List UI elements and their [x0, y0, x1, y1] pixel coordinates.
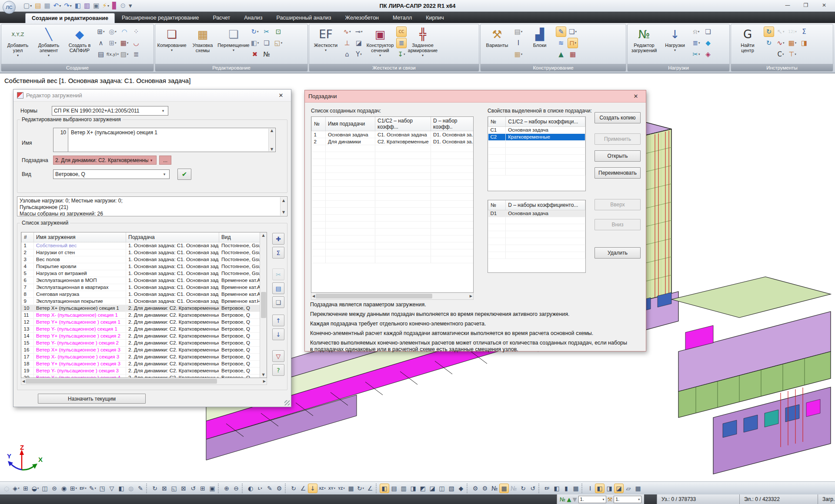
- info-scroll-arrows[interactable]: ▲▼: [280, 197, 287, 216]
- load-row[interactable]: 11Ветер X- (пульсационное) секция 12. Дл…: [22, 312, 267, 318]
- subtasks-horizontal-scrollbar[interactable]: ◀▶: [311, 293, 474, 300]
- sapfir-book[interactable]: ▥: [83, 1, 91, 10]
- ribbon-tab-item[interactable]: Анализ: [237, 13, 269, 23]
- load-name-input[interactable]: Ветер X+ (пульсационное) секция 1 ▲▼: [68, 128, 276, 152]
- fragment-3d-icon[interactable]: ◳: [97, 484, 107, 493]
- load-row[interactable]: 5Нагрузка от витражей1. Основная задача:…: [22, 270, 267, 277]
- kind-combobox[interactable]: Ветровое, Q▾: [53, 169, 170, 179]
- fragment-frame-icon[interactable]: ◍: [126, 484, 136, 493]
- assign-current-button[interactable]: Назначить текущим: [38, 394, 146, 404]
- column-assign-icon[interactable]: ▮: [561, 484, 571, 493]
- horizontal-select-icon[interactable]: ◒▾: [30, 484, 40, 493]
- copy-button[interactable]: ❏Копирование▾: [157, 26, 187, 64]
- node-joint-icon[interactable]: Y▾: [354, 49, 364, 60]
- zoom-out-icon[interactable]: ⊖: [231, 484, 241, 493]
- load-editor-title-bar[interactable]: Редактор загружений ✕: [13, 90, 291, 102]
- update-package-icon[interactable]: ◨: [799, 38, 809, 48]
- block-triangle-icon[interactable]: ▲: [556, 49, 566, 60]
- work-plane-icon[interactable]: ▦: [346, 484, 356, 493]
- subtask-combobox[interactable]: 2. Для динамики: С2. Кратковременные▾: [53, 156, 157, 165]
- building-frame-icon[interactable]: ▤: [96, 49, 106, 60]
- plane-xz-icon[interactable]: XZ▾: [317, 484, 327, 493]
- plane-yz-icon[interactable]: YZ▾: [337, 484, 346, 493]
- view-iso-icon[interactable]: ◆: [456, 484, 466, 493]
- load-row[interactable]: 12Ветер Y+ (пульсационное ) секция 12. Д…: [22, 318, 267, 325]
- sum-loads-icon[interactable]: Σ: [799, 27, 809, 37]
- load-row[interactable]: 2Нагрузки от стен1. Основная задача: С1.…: [22, 249, 267, 256]
- current-variant-combobox[interactable]: 1.▾: [614, 496, 641, 503]
- save-document[interactable]: ▦: [43, 1, 51, 10]
- loads-to-scheme-icon[interactable]: ◆: [703, 38, 713, 48]
- cylinder-surface-icon[interactable]: ◎▾: [107, 27, 118, 37]
- numbers-panel-icon[interactable]: ▦: [499, 484, 509, 493]
- frame-contour-icon[interactable]: ⊓▾: [568, 38, 578, 48]
- frame-generator-icon[interactable]: ⊞▾: [96, 27, 106, 37]
- measure-length-icon[interactable]: L▾: [255, 484, 265, 493]
- minimize-button[interactable]: —: [778, 0, 797, 10]
- load-row[interactable]: 13Ветер Y- (пульсационное) секция 12. Дл…: [22, 325, 267, 332]
- truss-generator-icon[interactable]: ∧: [96, 38, 106, 48]
- current-load-combobox[interactable]: 1.▾: [578, 496, 606, 503]
- snapshot-camera[interactable]: ▣: [92, 1, 100, 10]
- delete-button[interactable]: Удалить: [595, 247, 641, 259]
- axes-vectors-icon[interactable]: ∠: [298, 484, 308, 493]
- ef-assign-icon[interactable]: EF: [542, 484, 552, 493]
- apply-kind-button[interactable]: ✔: [177, 169, 191, 180]
- c-factor-row[interactable]: С1Основная задача: [488, 126, 585, 133]
- plane-xy-icon[interactable]: XY▾: [327, 484, 337, 493]
- steel-section-icon[interactable]: I: [585, 484, 595, 493]
- find-center-button[interactable]: GНайтицентр: [733, 26, 762, 64]
- select-frame-icon[interactable]: ⊡: [273, 27, 284, 37]
- move-button[interactable]: ❏Перемещение▾: [219, 26, 248, 64]
- view-ne-icon[interactable]: ◪: [428, 484, 437, 493]
- nodes-elements-select-icon[interactable]: ◉: [59, 484, 69, 493]
- rotate-cw-icon[interactable]: ↻: [518, 484, 528, 493]
- create-block-icon[interactable]: ✎: [556, 27, 566, 37]
- name-scroll-arrows[interactable]: ▲▼: [268, 129, 275, 151]
- d-factor-row[interactable]: D1Основная задача: [488, 210, 585, 217]
- block-clear-icon[interactable]: ⊠: [160, 484, 169, 493]
- block-invert-icon[interactable]: ↻: [150, 484, 160, 493]
- sum-loads-button[interactable]: Σ: [272, 247, 284, 259]
- mesh-lines-icon[interactable]: ≣: [131, 49, 141, 60]
- load-row[interactable]: 3Вес полов1. Основная задача: С1. Основн…: [22, 256, 267, 263]
- new-document[interactable]: ▢▾: [23, 1, 33, 10]
- rotate-view-icon[interactable]: ↻▾: [356, 484, 365, 493]
- c-combine-icon[interactable]: C▾: [775, 49, 786, 60]
- flip-fragment-icon[interactable]: ◧: [117, 484, 126, 493]
- preset-reinforcement-button[interactable]: ╬Заданноеармирование▾: [408, 26, 438, 64]
- rotate-axes-icon[interactable]: ↻: [289, 484, 298, 493]
- loads-button[interactable]: ↓Нагрузки▾: [660, 26, 690, 64]
- frame-nodes-select-icon[interactable]: ⊞: [21, 484, 30, 493]
- load-row[interactable]: 20Ветер X+ (пульсационное ) секция 42. Д…: [22, 374, 267, 378]
- zoom-in-icon[interactable]: ⊕: [222, 484, 231, 493]
- model-3d-view[interactable]: ◧: [74, 1, 82, 10]
- flashlight-icon[interactable]: ◐: [246, 484, 255, 493]
- copy-fragment-icon[interactable]: ❏: [261, 38, 272, 48]
- circle-select-icon[interactable]: ◈▾: [11, 484, 21, 493]
- edit-pencil-icon[interactable]: ✎: [265, 484, 274, 493]
- wall-block-icon[interactable]: ▦: [568, 49, 578, 60]
- prev-load-icon[interactable]: ▲: [567, 496, 571, 503]
- move-down-button[interactable]: ↓: [272, 328, 284, 340]
- params-b-icon[interactable]: ⚙: [480, 484, 490, 493]
- masonry-assign-icon[interactable]: ▦: [571, 484, 581, 493]
- load-row[interactable]: 19Ветер Y- (пульсационное ) секция 32. Д…: [22, 367, 267, 374]
- open-button[interactable]: Открыть: [595, 150, 641, 162]
- pen-select-icon[interactable]: ✎▾: [88, 484, 97, 493]
- rc-settings-icon[interactable]: ▤▾: [513, 27, 524, 37]
- ribbon-tab-item[interactable]: Железобетон: [338, 13, 386, 23]
- filter-funnel-icon[interactable]: ▽: [107, 484, 117, 493]
- block-rails-icon[interactable]: ≋: [556, 38, 566, 48]
- undo[interactable]: ↶▾: [53, 1, 62, 10]
- c-factors-table[interactable]: №С1/С2 – наборы коэффици...С1Основная за…: [488, 116, 586, 191]
- next-load-icon[interactable]: ▼: [573, 496, 577, 503]
- pile-icon[interactable]: ↧▾: [396, 49, 407, 60]
- subtasks-close-icon[interactable]: ✕: [629, 93, 642, 99]
- d-factor-header[interactable]: D – наборы коэффициенто...: [506, 200, 585, 210]
- pack-scheme-button[interactable]: ▦Упаковкасхемы: [188, 26, 217, 64]
- loads-column-header[interactable]: Подзадача: [126, 232, 219, 242]
- scatter-nodes-icon[interactable]: ⁘: [131, 27, 141, 37]
- view-front-icon[interactable]: ▥: [399, 484, 408, 493]
- masonry-icon[interactable]: ▦▾: [513, 49, 524, 60]
